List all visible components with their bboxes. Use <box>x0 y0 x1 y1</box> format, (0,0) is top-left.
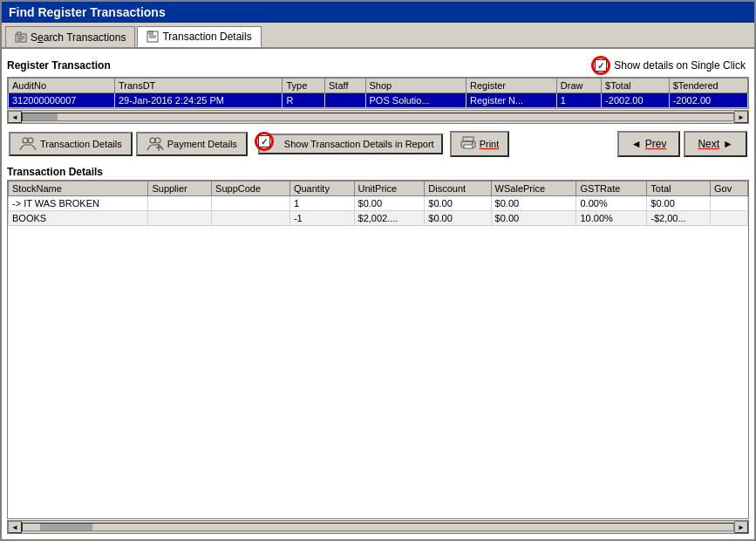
cell-quantity-2: -1 <box>289 211 354 226</box>
search-tab-icon <box>15 31 27 44</box>
tab-bar: Search Transactions Transaction Details <box>2 23 754 49</box>
cell-supplier-1 <box>148 196 212 211</box>
detail-arrow-right-icon <box>738 524 745 531</box>
next-label: Next <box>698 138 719 150</box>
cell-suppcode-1 <box>212 196 290 211</box>
payment-details-btn[interactable]: Payment Details <box>136 132 248 156</box>
tab-details-label: Transaction Details <box>162 31 251 43</box>
cell-type: R <box>283 93 325 108</box>
transaction-details-section: Transaction Details StockName Supplier S… <box>7 164 749 534</box>
col-unitprice: UnitPrice <box>354 181 425 196</box>
cell-quantity-1: 1 <box>289 196 354 211</box>
transaction-section-header: Transaction Details <box>7 164 749 180</box>
col-staff: Staff <box>325 79 366 93</box>
register-scrollbar[interactable] <box>7 110 749 124</box>
window-title: Find Register Transactions <box>9 5 166 19</box>
col-tendered: $Tendered <box>669 79 747 93</box>
svg-point-10 <box>28 138 33 143</box>
payment-details-icon <box>146 137 164 151</box>
scroll-thumb[interactable] <box>23 113 58 120</box>
col-dtotal: Total <box>647 181 711 196</box>
show-in-report-label: Show Transaction Details in Report <box>284 139 434 149</box>
svg-rect-15 <box>463 137 473 141</box>
detail-scroll-right-btn[interactable] <box>734 521 748 533</box>
cell-shop: POS Solutio... <box>365 93 467 108</box>
title-bar: Find Register Transactions <box>2 2 754 23</box>
payment-details-label: Payment Details <box>167 139 237 149</box>
print-btn[interactable]: Print <box>450 131 510 157</box>
cell-unitprice-2: $2,002.... <box>354 211 425 226</box>
col-draw: Draw <box>556 79 601 93</box>
cell-supplier-2 <box>148 211 212 226</box>
col-type: Type <box>283 79 325 93</box>
cell-unitprice-1: $0.00 <box>354 196 425 211</box>
scroll-track[interactable] <box>22 113 734 121</box>
show-details-row: ✓ Show details on Single Click <box>588 54 749 77</box>
col-stockname: StockName <box>9 181 148 196</box>
tab-search-label: Search Transactions <box>31 31 126 44</box>
col-quantity: Quantity <box>289 181 354 196</box>
cell-total-2: -$2,00... <box>647 211 711 226</box>
cell-gov-2 <box>710 211 747 226</box>
cell-register: Register N... <box>467 93 557 108</box>
arrow-right-icon <box>738 113 745 121</box>
col-total: $Total <box>602 79 670 93</box>
transaction-details-icon <box>19 137 37 151</box>
detail-scroll-track[interactable] <box>22 523 734 531</box>
cell-gstrate-2: 10.00% <box>576 211 647 226</box>
svg-rect-1 <box>17 32 21 35</box>
cell-gov-1 <box>710 196 747 211</box>
register-transaction-section: Register Transaction ✓ Show details on S… <box>7 54 749 124</box>
col-auditno: AuditNo <box>9 79 115 93</box>
scroll-left-btn[interactable] <box>8 111 22 123</box>
cell-gstrate-1: 0.00% <box>576 196 647 211</box>
cell-draw: 1 <box>556 93 601 108</box>
cell-tendered: -2002.00 <box>669 93 747 108</box>
col-supplier: Supplier <box>148 181 212 196</box>
cell-discount-1: $0.00 <box>425 196 491 211</box>
show-details-checkbox-circle: ✓ <box>591 56 610 75</box>
detail-table-header: StockName Supplier SuppCode Quantity Uni… <box>9 181 748 196</box>
transaction-details-label: Transaction Details <box>40 139 122 149</box>
scroll-right-btn[interactable] <box>734 111 748 123</box>
svg-point-9 <box>23 138 28 143</box>
cell-suppcode-2 <box>212 211 290 226</box>
col-gov: Gov <box>710 181 747 196</box>
col-wsaleprice: WSalePrice <box>491 181 576 196</box>
transaction-details-btn[interactable]: Transaction Details <box>9 132 133 156</box>
cell-wsaleprice-1: $0.00 <box>491 196 576 211</box>
show-in-report-btn[interactable]: ✓ Show Transaction Details in Report <box>258 134 443 154</box>
register-table-row[interactable]: 312000000007 29-Jan-2016 2:24:25 PM R PO… <box>9 93 748 108</box>
checkbox-checkmark: ✓ <box>597 61 604 71</box>
svg-point-11 <box>150 138 155 143</box>
detail-scroll-thumb[interactable] <box>40 524 92 531</box>
prev-arrow-icon: ◄ <box>631 138 642 150</box>
show-in-report-checkbox[interactable]: ✓ <box>258 135 270 147</box>
col-suppcode: SuppCode <box>212 181 290 196</box>
register-table-header: AuditNo TransDT Type Staff Shop Register… <box>9 79 748 93</box>
svg-rect-17 <box>464 145 473 148</box>
toolbar-row: Transaction Details Payment Details <box>7 127 749 161</box>
show-details-checkbox[interactable]: ✓ <box>595 59 607 72</box>
content-area: Register Transaction ✓ Show details on S… <box>2 49 754 539</box>
next-arrow-icon: ► <box>723 138 733 150</box>
detail-table-row[interactable]: -> IT WAS BROKEN 1 $0.00 $0.00 $0.00 0.0… <box>9 196 748 211</box>
detail-scrollbar[interactable] <box>7 520 749 534</box>
detail-table-row[interactable]: BOOKS -1 $2,002.... $0.00 $0.00 10.00% -… <box>9 211 748 226</box>
next-btn[interactable]: Next ► <box>684 131 747 157</box>
register-table-container: AuditNo TransDT Type Staff Shop Register… <box>7 77 749 109</box>
tab-search[interactable]: Search Transactions <box>5 26 135 47</box>
register-section-header: Register Transaction <box>7 58 111 73</box>
details-tab-icon <box>146 31 159 43</box>
show-in-report-checkmark: ✓ <box>261 137 268 147</box>
detail-scroll-left-btn[interactable] <box>8 521 22 533</box>
prev-btn[interactable]: ◄ Prev <box>617 131 681 157</box>
cell-wsaleprice-2: $0.00 <box>491 211 576 226</box>
tab-transaction-details[interactable]: Transaction Details <box>137 26 261 47</box>
register-table: AuditNo TransDT Type Staff Shop Register… <box>8 78 748 108</box>
col-discount: Discount <box>425 181 491 196</box>
prev-label: Prev <box>645 138 667 150</box>
cell-total: -2002.00 <box>602 93 670 108</box>
main-window: Find Register Transactions Search Transa… <box>0 0 756 541</box>
cell-total-1: $0.00 <box>647 196 711 211</box>
